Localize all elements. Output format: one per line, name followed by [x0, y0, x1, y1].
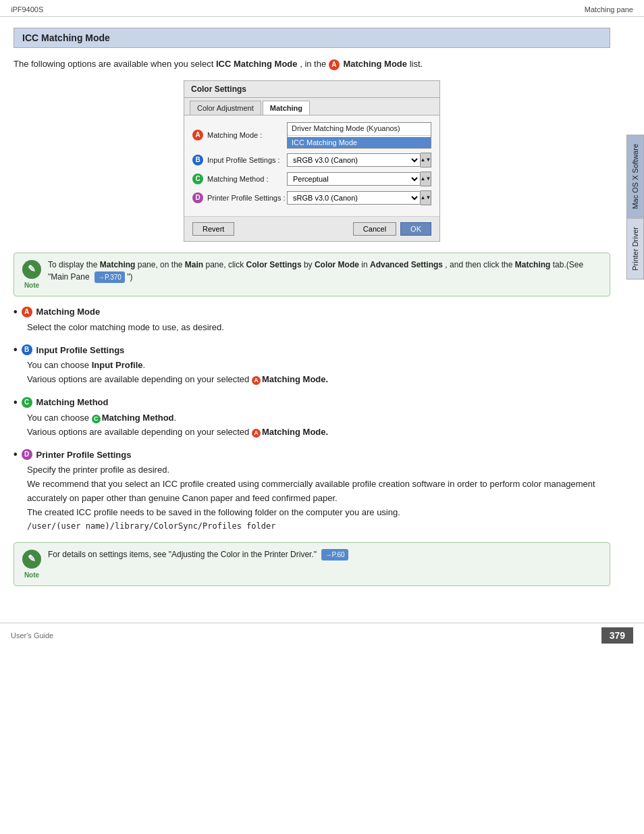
section-item-d-body: Specify the printer profile as desired. …: [27, 463, 610, 532]
note-label-2: Note: [24, 570, 39, 580]
side-tabs: Mac OS X Software Printer Driver: [626, 135, 644, 279]
section-item-d-title: • D Printer Profile Settings: [14, 448, 610, 461]
page-header: iPF9400S Matching pane: [0, 0, 644, 17]
section-item-d: • D Printer Profile Settings Specify the…: [14, 448, 610, 532]
dialog-screenshot: Color Settings Color Adjustment Matching…: [184, 80, 440, 242]
dialog-control-c: Perceptual ▲▼: [287, 172, 431, 186]
badge-a-section: A: [22, 307, 32, 317]
dialog-row-printer-profile: D Printer Profile Settings : sRGB v3.0 (…: [192, 190, 431, 205]
note1-text: To display the Matching pane, on the Mai…: [48, 259, 601, 283]
note-icon-wrap-2: ✎ Note: [22, 548, 41, 580]
dialog-label-c: C Matching Method :: [192, 174, 287, 184]
footer-left: User's Guide: [11, 631, 53, 640]
dropdown-item-icc[interactable]: ICC Matching Mode: [288, 137, 431, 148]
dropdown-item-driver[interactable]: Driver Matching Mode (Kyuanos): [288, 123, 431, 134]
badge-d-dialog: D: [192, 192, 203, 203]
note-box-1: ✎ Note To display the Matching pane, on …: [14, 253, 610, 296]
input-profile-spinner[interactable]: ▲▼: [421, 153, 431, 167]
intro-paragraph: The following options are available when…: [14, 57, 610, 71]
printer-profile-spinner[interactable]: ▲▼: [421, 190, 431, 205]
dialog-label-b: B Input Profile Settings :: [192, 155, 287, 165]
main-content: ICC Matching Mode The following options …: [0, 17, 624, 609]
section-item-c: • C Matching Method You can choose CMatc…: [14, 396, 610, 440]
dialog-tab-color-adjustment[interactable]: Color Adjustment: [190, 101, 261, 115]
section-item-c-title: • C Matching Method: [14, 396, 610, 409]
note-icon-wrap-1: ✎ Note: [22, 259, 41, 290]
dialog-row-input-profile: B Input Profile Settings : sRGB v3.0 (Ca…: [192, 153, 431, 167]
input-profile-select[interactable]: sRGB v3.0 (Canon): [287, 153, 421, 167]
printer-profile-select-wrapper: sRGB v3.0 (Canon) ▲▼: [287, 190, 431, 205]
dialog-right-buttons: Cancel OK: [353, 222, 431, 236]
badge-b-section: B: [22, 344, 32, 355]
matching-method-select-wrapper: Perceptual ▲▼: [287, 172, 431, 186]
badge-d-section: D: [22, 449, 32, 460]
dialog-label-a: A Matching Mode :: [192, 130, 287, 140]
page-footer: User's Guide 379: [0, 623, 644, 648]
dialog-row-matching-method: C Matching Method : Perceptual ▲▼: [192, 172, 431, 186]
badge-a-b-ref: A: [252, 376, 261, 385]
note1-ref-link[interactable]: →P.370: [95, 271, 125, 283]
dialog-title: Color Settings: [184, 81, 439, 98]
section-item-a-title: • A Matching Mode: [14, 306, 610, 318]
input-profile-select-wrapper: sRGB v3.0 (Canon) ▲▼: [287, 153, 431, 167]
section-item-a: • A Matching Mode Select the color match…: [14, 306, 610, 335]
dialog-label-d: D Printer Profile Settings :: [192, 192, 287, 203]
section-title: ICC Matching Mode: [14, 28, 610, 48]
badge-c-dialog: C: [192, 174, 203, 184]
note-icon-2: ✎: [22, 550, 41, 569]
badge-b-dialog: B: [192, 155, 203, 165]
dialog-control-b: sRGB v3.0 (Canon) ▲▼: [287, 153, 431, 167]
badge-c-section: C: [22, 397, 32, 408]
dialog-row-matching-mode: A Matching Mode : Driver Matching Mode (…: [192, 122, 431, 149]
matching-method-select[interactable]: Perceptual: [287, 172, 421, 186]
section-item-b: • B Input Profile Settings You can choos…: [14, 344, 610, 387]
matching-mode-list: Driver Matching Mode (Kyuanos) ICC Match…: [287, 122, 431, 149]
ok-button[interactable]: OK: [400, 222, 431, 236]
dialog-control-a: Driver Matching Mode (Kyuanos) ICC Match…: [287, 122, 431, 149]
section-item-b-title: • B Input Profile Settings: [14, 344, 610, 356]
dialog-footer: Revert Cancel OK: [184, 216, 439, 241]
header-right: Matching pane: [585, 5, 633, 14]
dropdown-separator: [288, 135, 431, 136]
badge-a-intro: A: [329, 59, 340, 70]
note-label-1: Note: [24, 280, 39, 290]
note2-ref-link[interactable]: →P.60: [321, 549, 348, 561]
dialog-tab-matching[interactable]: Matching: [263, 101, 310, 115]
side-tab-printer-driver[interactable]: Printer Driver: [626, 218, 644, 280]
badge-c-c-ref: C: [92, 415, 101, 423]
page-number: 379: [601, 627, 633, 644]
section-item-b-body: You can choose Input Profile. Various op…: [27, 359, 610, 387]
badge-a-c-ref: A: [252, 429, 261, 438]
note2-text: For details on settings items, see "Adju…: [48, 548, 348, 561]
dialog-control-d: sRGB v3.0 (Canon) ▲▼: [287, 190, 431, 205]
section-item-c-body: You can choose CMatching Method. Various…: [27, 411, 610, 440]
badge-a-dialog: A: [192, 130, 203, 140]
section-item-a-body: Select the color matching mode to use, a…: [27, 321, 610, 335]
note-box-2: ✎ Note For details on settings items, se…: [14, 542, 610, 586]
note-icon-1: ✎: [22, 260, 41, 279]
side-tab-macos[interactable]: Mac OS X Software: [626, 135, 644, 218]
header-left: iPF9400S: [11, 5, 43, 14]
dialog-body: A Matching Mode : Driver Matching Mode (…: [184, 115, 439, 216]
cancel-button[interactable]: Cancel: [353, 222, 396, 236]
printer-profile-select[interactable]: sRGB v3.0 (Canon): [287, 191, 421, 205]
revert-button[interactable]: Revert: [192, 222, 234, 236]
dialog-tabs: Color Adjustment Matching: [184, 98, 439, 115]
matching-method-spinner[interactable]: ▲▼: [421, 172, 431, 186]
